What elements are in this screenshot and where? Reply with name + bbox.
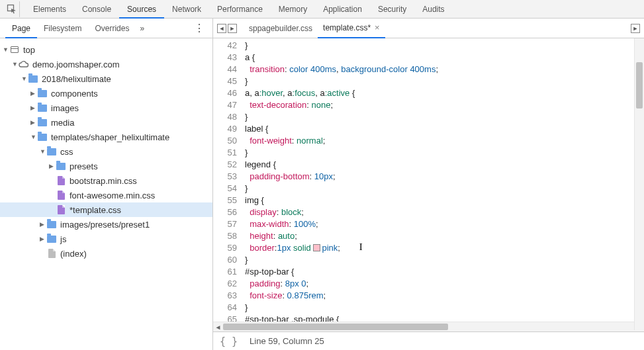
- window-icon: [11, 46, 19, 53]
- cloud-icon: [19, 59, 29, 69]
- folder-icon: [28, 75, 38, 83]
- main-tab-memory[interactable]: Memory: [271, 0, 315, 19]
- folder-icon: [47, 236, 56, 243]
- navigator-tabs: PageFilesystemOverrides » ⋮: [0, 19, 212, 38]
- main-tab-sources[interactable]: Sources: [119, 0, 164, 19]
- main-tab-console[interactable]: Console: [74, 0, 119, 19]
- scrollbar-thumb[interactable]: [636, 62, 643, 109]
- tree-images-presets-folder[interactable]: ▶ images/presets/preset1: [0, 217, 212, 232]
- folder-icon: [47, 221, 56, 228]
- tree-presets-folder[interactable]: ▶ presets: [0, 159, 212, 173]
- tree-index-file[interactable]: (index): [0, 246, 212, 261]
- horizontal-scrollbar[interactable]: ◄ ►: [213, 322, 644, 331]
- tree-folder-media[interactable]: ▶media: [0, 115, 212, 130]
- vertical-scrollbar[interactable]: [634, 38, 644, 330]
- editor-panel: ◄ ► sppagebuilder.csstemplate.css*× ► 42…: [213, 19, 644, 350]
- cursor-position: Line 59, Column 25: [250, 336, 324, 346]
- editor-tabs: ◄ ► sppagebuilder.csstemplate.css*× ►: [213, 19, 644, 38]
- code-editor[interactable]: 4243444546474849505152535455565758596061…: [213, 38, 644, 322]
- nav-forward-icon[interactable]: ►: [228, 24, 237, 33]
- main-tab-audits[interactable]: Audits: [414, 0, 452, 19]
- folder-icon: [38, 134, 47, 141]
- main-tab-application[interactable]: Application: [315, 0, 370, 19]
- editor-nav-arrows[interactable]: ◄ ►: [217, 24, 237, 33]
- content-area: PageFilesystemOverrides » ⋮ ▼ top ▼ demo…: [0, 19, 644, 350]
- text-cursor: I: [359, 241, 363, 253]
- main-tab-elements[interactable]: Elements: [25, 0, 74, 19]
- more-tabs-icon[interactable]: »: [140, 24, 144, 33]
- editor-tab[interactable]: sppagebuilder.css: [244, 19, 318, 38]
- pretty-print-icon[interactable]: { }: [220, 335, 238, 347]
- tree-templates-folder[interactable]: ▼ templates/shaper_helixultimate: [0, 130, 212, 144]
- main-tab-security[interactable]: Security: [370, 0, 414, 19]
- tree-file[interactable]: font-awesome.min.css: [0, 188, 212, 202]
- css-file-icon: [58, 191, 65, 200]
- editor-tab[interactable]: template.css*×: [318, 19, 385, 38]
- navigator-tab-overrides[interactable]: Overrides: [88, 19, 136, 38]
- color-swatch[interactable]: [313, 244, 320, 251]
- tree-path-folder[interactable]: ▼ 2018/helixultimate: [0, 71, 212, 86]
- tree-file[interactable]: *template.css: [0, 202, 212, 217]
- tree-top-frame[interactable]: ▼ top: [0, 42, 212, 57]
- navigator-tab-page[interactable]: Page: [5, 19, 37, 38]
- tree-js-folder[interactable]: ▶ js: [0, 232, 212, 246]
- navigator-menu-icon[interactable]: ⋮: [194, 22, 207, 34]
- navigator-tab-filesystem[interactable]: Filesystem: [37, 19, 88, 38]
- folder-icon: [47, 148, 56, 155]
- editor-status-bar: { } Line 59, Column 25: [213, 331, 644, 350]
- folder-icon: [38, 119, 47, 126]
- css-file-icon: [58, 205, 65, 214]
- css-file-icon: [58, 176, 65, 185]
- tree-css-folder[interactable]: ▼ css: [0, 144, 212, 159]
- tree-domain[interactable]: ▼ demo.joomshaper.com: [0, 57, 212, 71]
- main-tab-network[interactable]: Network: [164, 0, 209, 19]
- folder-icon: [38, 90, 47, 97]
- folder-icon: [56, 163, 66, 170]
- scrollbar-thumb[interactable]: [223, 324, 448, 330]
- line-gutter: 4243444546474849505152535455565758596061…: [213, 38, 242, 322]
- devtools-main-tabs: ElementsConsoleSourcesNetworkPerformance…: [0, 0, 644, 19]
- file-tree: ▼ top ▼ demo.joomshaper.com ▼ 2018/helix…: [0, 38, 212, 350]
- close-icon[interactable]: ×: [375, 18, 380, 38]
- main-tab-performance[interactable]: Performance: [209, 0, 271, 19]
- nav-back-icon[interactable]: ◄: [217, 24, 226, 33]
- scroll-left-icon[interactable]: ◄: [213, 324, 223, 331]
- tree-folder-components[interactable]: ▶components: [0, 86, 212, 101]
- toggle-drawer-icon[interactable]: ►: [631, 23, 640, 33]
- code-content[interactable]: }a { transition: color 400ms, background…: [242, 38, 644, 322]
- tree-folder-images[interactable]: ▶images: [0, 101, 212, 115]
- document-icon: [48, 249, 56, 258]
- tree-file[interactable]: bootstrap.min.css: [0, 173, 212, 188]
- inspect-element-icon[interactable]: [4, 1, 20, 17]
- folder-icon: [38, 105, 47, 112]
- navigator-panel: PageFilesystemOverrides » ⋮ ▼ top ▼ demo…: [0, 19, 213, 350]
